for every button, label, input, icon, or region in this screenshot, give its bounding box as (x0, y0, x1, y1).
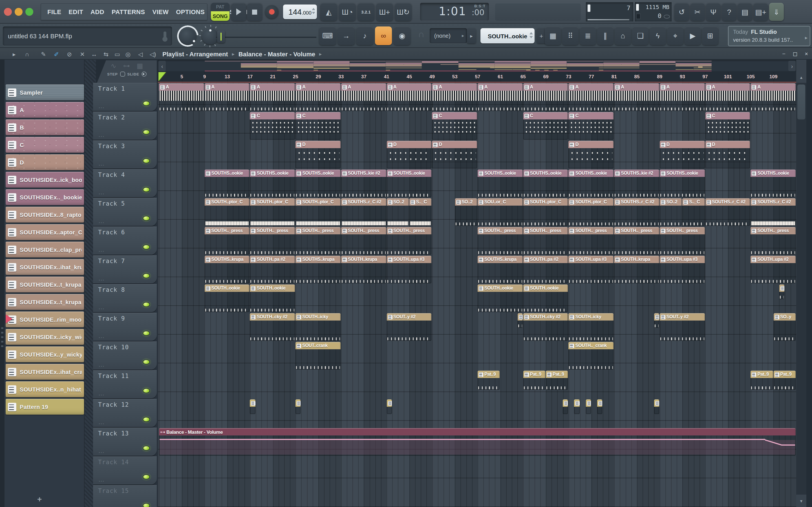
picker-item-3[interactable]: B (6, 119, 84, 135)
pattern-tab-icon[interactable]: ▦ (137, 62, 143, 70)
playlist-clip[interactable]: D (569, 141, 613, 168)
playlist-clip[interactable]: SO..2 (387, 198, 409, 226)
resize-grip[interactable] (1, 325, 3, 347)
picker-item-15[interactable]: SOUTHSIDEx..icky_wicky (6, 329, 84, 345)
shop-icon[interactable]: ⊞ (702, 26, 718, 45)
channel-rack-icon[interactable]: ≣ (580, 26, 596, 45)
track-mute-led[interactable] (143, 388, 150, 393)
pattern-clone-icon[interactable]: Ш+ (376, 3, 393, 21)
playlist-clip[interactable]: Pat..9 (773, 371, 796, 390)
playlist-clip[interactable]: SO..2 (455, 198, 477, 226)
playlist-clip[interactable]: SOUTH..ookie (477, 284, 522, 312)
audio-tab-icon[interactable]: ∿ (111, 62, 116, 70)
playlist-clip[interactable] (597, 399, 602, 414)
scrollbar-handle[interactable] (797, 84, 805, 119)
picker-item-10[interactable]: SOUTHSIDEx..clap_press (6, 242, 84, 258)
window-zoom-light[interactable] (26, 8, 33, 16)
playlist-clip[interactable]: A (614, 83, 659, 111)
wait-for-input-icon[interactable]: Ш◔ (339, 3, 356, 21)
select-tool-icon[interactable]: ▭ (112, 50, 122, 58)
scroll-right-button[interactable]: › (788, 61, 796, 71)
playlist-clip[interactable]: SOUTH..ptor_C (523, 198, 568, 226)
pattern-prev-button[interactable]: ▸ (467, 28, 476, 43)
playlist-clip[interactable]: SOUTH..icky (569, 313, 613, 341)
playlist-clip[interactable] (654, 313, 659, 328)
pat-mode-label[interactable]: PAT (211, 3, 230, 11)
playlist-clip[interactable]: SOUTHS..kie #2 (341, 170, 386, 197)
playlist-clip[interactable]: SOUTHS..ookie (387, 170, 432, 197)
playlist-clip[interactable]: SOUTH.._press (387, 227, 432, 255)
track-options-dots[interactable]: ... (99, 305, 105, 311)
playlist-clip[interactable]: SOUTH.._press (751, 227, 796, 255)
scrollbar-up-button[interactable]: ▲ (796, 72, 806, 83)
playlist-clip[interactable]: SO..2 (660, 198, 682, 226)
playlist-clip[interactable]: SOUTHS..krupa (477, 256, 522, 283)
track-header-1[interactable]: Track 1... (93, 83, 157, 111)
track-options-dots[interactable]: ... (99, 190, 105, 195)
track-options-dots[interactable]: ... (99, 104, 105, 109)
menu-view[interactable]: VIEW (152, 8, 168, 15)
playlist-clip[interactable]: Pat..9 (546, 371, 568, 390)
track-options-dots[interactable]: ... (99, 477, 105, 483)
playlist-clip[interactable]: SOUTH.._press (250, 227, 295, 255)
loop-record-icon[interactable]: Ш↻ (395, 3, 412, 21)
playlist-clip[interactable]: SOUTHS..ookie (477, 170, 522, 197)
track-mute-led[interactable] (143, 158, 150, 163)
track-header-6[interactable]: Track 6... (93, 226, 157, 255)
picker-item-18[interactable]: SOUTHSIDEx..n_hihat_jit (6, 381, 84, 397)
playlist-clip[interactable]: SOUTHS..ookie (569, 170, 613, 197)
track-mute-led[interactable] (143, 302, 150, 307)
playlist-clip[interactable]: SOUTH..upa #3 (387, 256, 432, 283)
news-panel[interactable]: TodayFL Studio version 20.8.3 build 157.… (728, 26, 810, 46)
step-edit-icon[interactable]: → (338, 26, 355, 45)
playback-speaker-icon[interactable]: ◁) (148, 50, 158, 58)
track-header-9[interactable]: Track 9... (93, 313, 157, 341)
record-button[interactable] (265, 5, 278, 18)
playlist-clip[interactable]: SOUTH..ookie (204, 284, 249, 312)
close-button[interactable]: × (802, 50, 810, 57)
picker-item-7[interactable]: SOUTHSIDEx.._bookie #2 (6, 189, 84, 205)
menu-add[interactable]: ADD (91, 8, 104, 15)
playlist-clip[interactable]: Pat..9 (751, 371, 773, 390)
shuffle-slider-handle[interactable] (217, 31, 225, 43)
project-title-field[interactable]: untitled 63 144 BPM.flp (3, 26, 172, 46)
playlist-clip[interactable] (387, 399, 392, 414)
picker-item-13[interactable]: SOUTHSIDEx..t_krupa #3 (6, 294, 84, 310)
picker-item-14[interactable]: SOUTHSIDE..rim_mookie (6, 312, 84, 327)
picker-item-1[interactable]: Sampler (6, 84, 84, 100)
shuffle-slider-track[interactable] (216, 37, 316, 38)
playlist-clip[interactable]: SOUTHS..r_C #2 (341, 198, 386, 226)
playlist-clip[interactable]: SOUTH..upa #3 (660, 256, 705, 283)
arrangement-overview[interactable]: ‹ › (158, 60, 796, 72)
window-minimize-light[interactable] (15, 8, 22, 16)
playlist-clip[interactable]: A (296, 83, 340, 111)
time-display[interactable]: 1:01 :00 B:S:T (420, 3, 489, 21)
sync-icon[interactable]: ↺ (674, 3, 689, 21)
playlist-clip[interactable]: SOUTHS..krupa (204, 256, 249, 283)
playlist-clip[interactable] (654, 399, 659, 414)
playlist-clip[interactable]: SOUTHS..ookie (204, 170, 249, 197)
track-mute-led[interactable] (143, 129, 150, 135)
tempo-tap-icon[interactable]: ⌖ (667, 26, 683, 45)
menu-file[interactable]: FILE (47, 8, 61, 15)
playlist-clip[interactable] (779, 284, 784, 299)
playlist-clip[interactable]: D (296, 141, 340, 168)
playlist-clip[interactable]: SOUTH.._press (569, 227, 613, 255)
menu-patterns[interactable]: PATTERNS (112, 8, 145, 15)
playlist-clip[interactable]: SOUTH.._press (204, 227, 249, 255)
track-options-dots[interactable]: ... (99, 334, 105, 339)
record-audio-icon[interactable]: Ψ (706, 3, 721, 21)
playlist-clip[interactable]: SOUTHS..r_C #2 (751, 198, 796, 226)
playlist-clip[interactable]: SOUTH.._press (477, 227, 522, 255)
cut-audio-icon[interactable]: ✂ (690, 3, 705, 21)
playlist-clip[interactable] (517, 313, 522, 328)
typing-keyboard-icon[interactable]: ⌨ (319, 26, 336, 45)
slide-tool-icon[interactable]: ↔ (89, 50, 99, 58)
track-header-10[interactable]: Track 10... (93, 341, 157, 370)
play-button[interactable] (231, 3, 246, 21)
track-options-dots[interactable]: ... (99, 362, 105, 368)
playlist-clip[interactable]: SOUT..y #2 (660, 313, 705, 341)
playlist-clip[interactable]: Pat..9 (523, 371, 545, 390)
playlist-clip[interactable]: SOUTHS..ookie (296, 170, 340, 197)
track-header-12[interactable]: Track 12... (93, 399, 157, 427)
